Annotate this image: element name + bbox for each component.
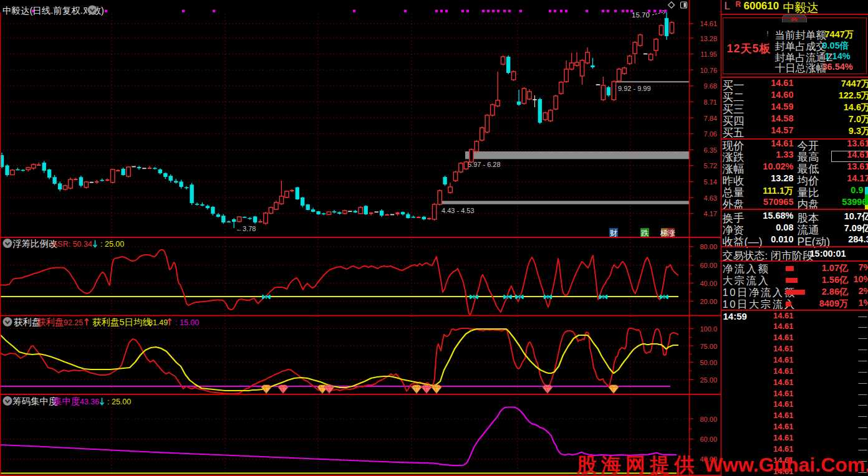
svg-text:80.00: 80.00 [700,243,717,250]
svg-text:7.06: 7.06 [704,130,717,138]
svg-text:: 43.36: : 43.36 [75,397,99,406]
svg-text:←3.78: ←3.78 [236,225,256,232]
svg-text:25.00: 25.00 [700,376,717,384]
svg-text:9.68: 9.68 [704,82,717,90]
svg-text:4.17: 4.17 [704,210,717,217]
svg-text:: 15.00: : 15.00 [175,318,199,327]
svg-text:5.72: 5.72 [704,162,717,169]
svg-text:15.70: 15.70 [632,11,650,19]
svg-text:跌: 跌 [641,229,649,237]
svg-text:获利盘5日均线: 获利盘5日均线 [92,317,152,327]
svg-text:5.14: 5.14 [704,178,717,186]
svg-text:60.00: 60.00 [700,262,717,269]
svg-text:40.00: 40.00 [700,280,717,287]
svg-text:财: 财 [610,229,617,237]
svg-text:梯涨: 梯涨 [660,229,675,237]
svg-text:7.84: 7.84 [704,115,717,122]
svg-text:: 81.49: : 81.49 [144,318,168,327]
svg-text:ASR: 50.34: ASR: 50.34 [52,240,92,249]
svg-text:4.43 - 4.53: 4.43 - 4.53 [441,207,475,214]
svg-text:14.61: 14.61 [700,20,717,27]
svg-text:20.00: 20.00 [700,298,717,305]
svg-text:11.95: 11.95 [700,50,717,58]
svg-text:100.0: 100.0 [700,325,717,333]
svg-text:: 25.00: : 25.00 [100,240,124,249]
svg-text:60.00: 60.00 [700,436,717,443]
svg-text:: 25.00: : 25.00 [107,397,131,406]
svg-text:50.00: 50.00 [700,359,717,366]
svg-text:8.71: 8.71 [704,98,717,106]
svg-text:80.00: 80.00 [700,416,717,423]
svg-text:筹码集中度: 筹码集中度 [12,396,58,406]
svg-text:75.00: 75.00 [700,343,717,350]
svg-text:: 92.25: : 92.25 [59,318,83,327]
svg-text:13.28: 13.28 [700,35,717,42]
svg-text:10.76: 10.76 [700,67,717,74]
svg-text:4.63: 4.63 [704,194,717,202]
svg-text:9.92 - 9.99: 9.92 - 9.99 [618,85,651,92]
svg-text:6.35: 6.35 [704,146,717,154]
svg-text:浮筹比例改: 浮筹比例改 [12,239,58,249]
